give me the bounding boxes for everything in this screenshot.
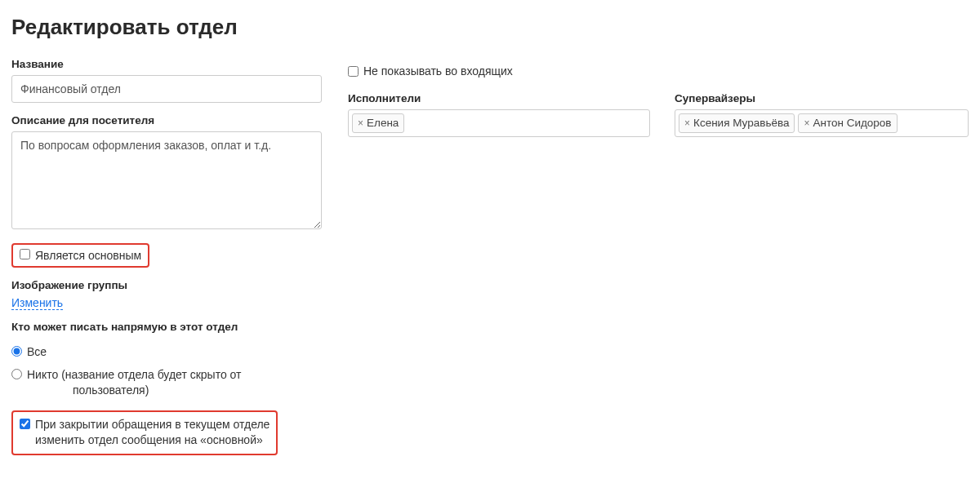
tag-item: ×Антон Сидоров bbox=[798, 113, 897, 134]
radio-none[interactable] bbox=[11, 369, 22, 379]
remove-tag-icon[interactable]: × bbox=[684, 117, 690, 131]
who-can-write-label: Кто может писать напрямую в этот отдел bbox=[11, 321, 322, 333]
on-close-checkbox[interactable] bbox=[20, 419, 30, 429]
executors-label: Исполнители bbox=[348, 92, 650, 104]
radio-all-row[interactable]: Все bbox=[11, 344, 322, 361]
is-main-highlight: Является основным bbox=[11, 243, 149, 268]
executors-input[interactable]: ×Елена bbox=[348, 109, 650, 137]
tag-item: ×Елена bbox=[352, 113, 404, 134]
page-title: Редактировать отдел bbox=[11, 15, 969, 40]
on-close-highlight: При закрытии обращения в текущем отделе … bbox=[11, 410, 278, 455]
tag-label: Елена bbox=[367, 116, 399, 131]
remove-tag-icon[interactable]: × bbox=[358, 117, 363, 131]
supervisors-label: Супервайзеры bbox=[675, 92, 969, 104]
group-image-label: Изображение группы bbox=[11, 279, 322, 291]
on-close-row[interactable]: При закрытии обращения в текущем отделе … bbox=[20, 417, 270, 449]
hide-in-inbox-label: Не показывать во входящих bbox=[363, 64, 513, 78]
remove-tag-icon[interactable]: × bbox=[804, 117, 809, 131]
radio-all-label: Все bbox=[27, 344, 47, 361]
is-main-label: Является основным bbox=[35, 249, 141, 262]
description-label: Описание для посетителя bbox=[11, 114, 322, 126]
tag-label: Антон Сидоров bbox=[813, 116, 891, 131]
tag-item: ×Ксения Муравьёва bbox=[679, 113, 795, 134]
hide-in-inbox-row[interactable]: Не показывать во входящих bbox=[348, 64, 969, 78]
name-input[interactable] bbox=[11, 75, 322, 103]
tag-label: Ксения Муравьёва bbox=[693, 116, 789, 131]
radio-none-label: Никто (название отдела будет скрыто от п… bbox=[27, 367, 241, 399]
radio-none-row[interactable]: Никто (название отдела будет скрыто от п… bbox=[11, 367, 322, 399]
hide-in-inbox-checkbox[interactable] bbox=[348, 66, 359, 77]
radio-all[interactable] bbox=[11, 346, 22, 357]
is-main-checkbox[interactable] bbox=[20, 249, 30, 259]
name-label: Название bbox=[11, 58, 322, 70]
change-image-link[interactable]: Изменить bbox=[11, 296, 63, 310]
supervisors-input[interactable]: ×Ксения Муравьёва×Антон Сидоров bbox=[675, 109, 969, 137]
description-textarea[interactable]: По вопросам оформления заказов, оплат и … bbox=[11, 131, 322, 229]
on-close-label: При закрытии обращения в текущем отделе … bbox=[35, 417, 270, 449]
